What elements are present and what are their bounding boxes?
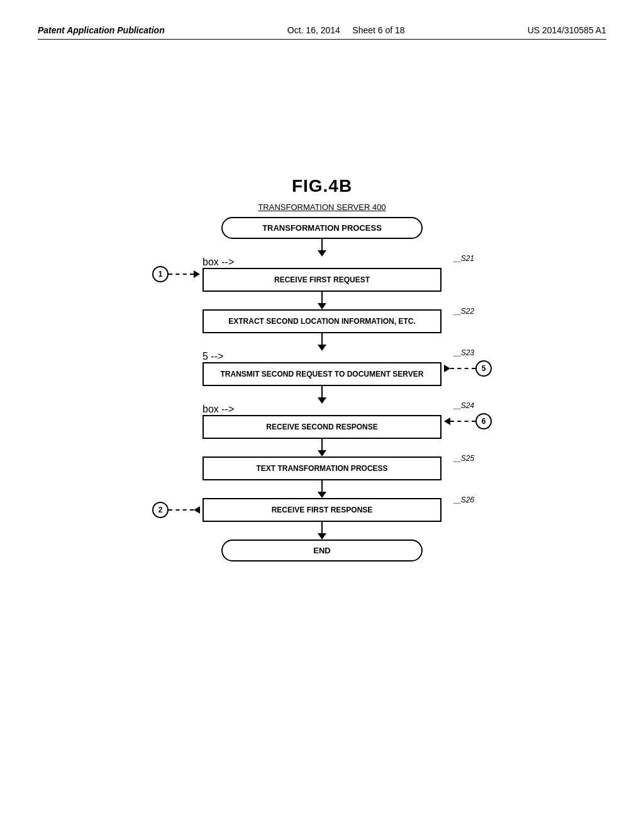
label-s26: ⸏S26	[453, 495, 474, 504]
step-s26-wrapper: ⸏S26 2 RECEIVE FIRST RESPONSE	[203, 498, 441, 522]
left-conn-2: 2	[152, 502, 200, 518]
end-box: END	[221, 540, 423, 562]
step-s24-wrapper: ⸏S24 box --> 6 RECEIVE SECOND RESPONSE	[203, 404, 441, 439]
label-s22: ⸏S22	[453, 307, 474, 316]
connector-circle-5: 5	[475, 360, 492, 377]
step-s22: EXTRACT SECOND LOCATION INFORMATION, ETC…	[203, 309, 441, 333]
connector-circle-2: 2	[152, 502, 169, 518]
header-date: Oct. 16, 2014	[287, 25, 340, 35]
page-header: Patent Application Publication Oct. 16, …	[38, 25, 606, 40]
arrow-right-1	[194, 270, 200, 278]
step-s22-wrapper: ⸏S22 EXTRACT SECOND LOCATION INFORMATION…	[203, 309, 441, 333]
step-s24: RECEIVE SECOND RESPONSE	[203, 415, 441, 439]
right-conn-6: 6	[444, 413, 492, 429]
connector-circle-1: 1	[152, 266, 169, 282]
page: Patent Application Publication Oct. 16, …	[0, 0, 644, 830]
dashed-arrow-1	[169, 274, 194, 275]
arrow-6	[146, 480, 498, 498]
process-label-box: TRANSFORMATION PROCESS	[221, 217, 423, 239]
step-s23: TRANSMIT SECOND REQUEST TO DOCUMENT SERV…	[203, 362, 441, 386]
step-s21-wrapper: ⸏S21 box --> 1 RECEIVE FIRST REQUEST	[203, 257, 441, 292]
step-s25-wrapper: ⸏S25 TEXT TRANSFORMATION PROCESS	[203, 456, 441, 480]
header-sheet: Sheet 6 of 18	[352, 25, 404, 35]
arrow-1	[146, 239, 498, 257]
connector-circle-6: 6	[475, 413, 492, 429]
label-s21: ⸏S21	[453, 254, 474, 263]
label-s23: ⸏S23	[453, 348, 474, 357]
label-s25: ⸏S25	[453, 454, 474, 463]
step-s21: RECEIVE FIRST REQUEST	[203, 268, 441, 292]
header-patent-number: US 2014/310585 A1	[528, 25, 606, 35]
step-s26: RECEIVE FIRST RESPONSE	[203, 498, 441, 522]
server-label: TRANSFORMATION SERVER 400	[146, 202, 498, 212]
dashed-line-6	[450, 421, 475, 422]
dashed-line-5	[450, 368, 475, 369]
header-publication: Patent Application Publication	[38, 25, 165, 35]
arrow-7	[146, 522, 498, 540]
header-date-sheet: Oct. 16, 2014 Sheet 6 of 18	[287, 25, 405, 35]
step-s23-wrapper: ⸏S23 5 --> 5 TRANSMIT SECOND REQUEST TO …	[203, 351, 441, 386]
arrow-2	[146, 292, 498, 309]
arrow-right-5	[444, 365, 450, 372]
arrow-5	[146, 439, 498, 456]
arrow-left-6	[444, 418, 450, 425]
dashed-line-2	[169, 509, 194, 511]
left-conn-1: 1	[152, 266, 200, 282]
right-conn-5: 5	[444, 360, 492, 377]
diagram-container: FIG.4B TRANSFORMATION SERVER 400 TRANSFO…	[146, 176, 498, 562]
arrow-3	[146, 333, 498, 351]
arrow-left-2	[194, 506, 200, 514]
arrow-4	[146, 386, 498, 404]
label-s24: ⸏S24	[453, 401, 474, 410]
figure-title: FIG.4B	[146, 176, 498, 196]
step-s25: TEXT TRANSFORMATION PROCESS	[203, 456, 441, 480]
